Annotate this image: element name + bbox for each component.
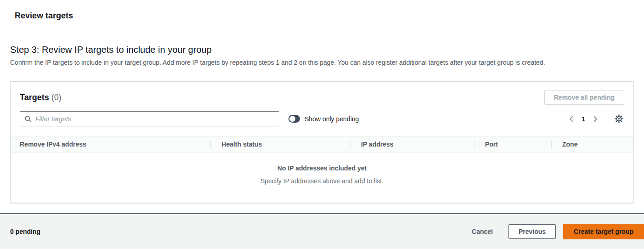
empty-state: No IP addresses included yet Specify IP … <box>11 153 633 203</box>
chevron-left-icon <box>568 116 575 122</box>
settings-button[interactable] <box>614 113 624 124</box>
footer-action-bar: 0 pending Cancel Previous Create target … <box>0 213 644 249</box>
column-header-health-status: Health status <box>210 141 350 148</box>
gear-icon <box>615 114 623 123</box>
targets-title-text: Targets <box>20 93 49 102</box>
previous-page-button[interactable] <box>565 114 577 124</box>
targets-panel-header: Targets(0) Remove all pending <box>11 82 633 111</box>
targets-panel: Targets(0) Remove all pending Show only … <box>10 81 634 203</box>
page-title: Review targets <box>15 11 73 21</box>
step-section: Step 3: Review IP targets to include in … <box>0 32 644 67</box>
column-header-port: Port <box>474 141 551 148</box>
page-header: Review targets <box>0 0 644 32</box>
pagination-divider <box>608 113 608 125</box>
footer-actions: Cancel Previous Create target group <box>472 224 644 239</box>
previous-button[interactable]: Previous <box>508 224 556 239</box>
table-header-row: Remove IPv4 address Health status IP add… <box>11 136 633 153</box>
current-page-number[interactable]: 1 <box>577 115 589 123</box>
next-page-button[interactable] <box>589 114 601 124</box>
chevron-right-icon <box>592 116 599 122</box>
empty-state-subtitle: Specify IP addresses above and add to li… <box>11 177 633 185</box>
filter-targets-box[interactable] <box>20 111 279 126</box>
column-header-ip-address: IP address <box>350 141 474 148</box>
show-only-pending-toggle[interactable] <box>288 115 300 123</box>
step-heading: Step 3: Review IP targets to include in … <box>10 44 634 56</box>
pending-count: 0 pending <box>10 228 40 235</box>
targets-count: (0) <box>51 93 62 102</box>
filter-row: Show only pending 1 <box>11 111 633 136</box>
step-description: Confirm the IP targets to include in you… <box>10 58 634 67</box>
cancel-button[interactable]: Cancel <box>472 228 493 235</box>
show-only-pending-toggle-group[interactable]: Show only pending <box>288 115 359 123</box>
show-only-pending-label: Show only pending <box>305 115 359 123</box>
toggle-knob <box>289 116 295 122</box>
search-icon <box>24 115 32 123</box>
filter-targets-input[interactable] <box>35 115 275 123</box>
targets-panel-title: Targets(0) <box>20 93 62 102</box>
column-header-zone: Zone <box>551 141 633 148</box>
pagination: 1 <box>565 113 624 125</box>
column-header-remove-ipv4-address: Remove IPv4 address <box>11 141 210 148</box>
empty-state-title: No IP addresses included yet <box>11 164 633 172</box>
remove-all-pending-button[interactable]: Remove all pending <box>544 90 624 105</box>
create-target-group-button[interactable]: Create target group <box>563 224 644 239</box>
